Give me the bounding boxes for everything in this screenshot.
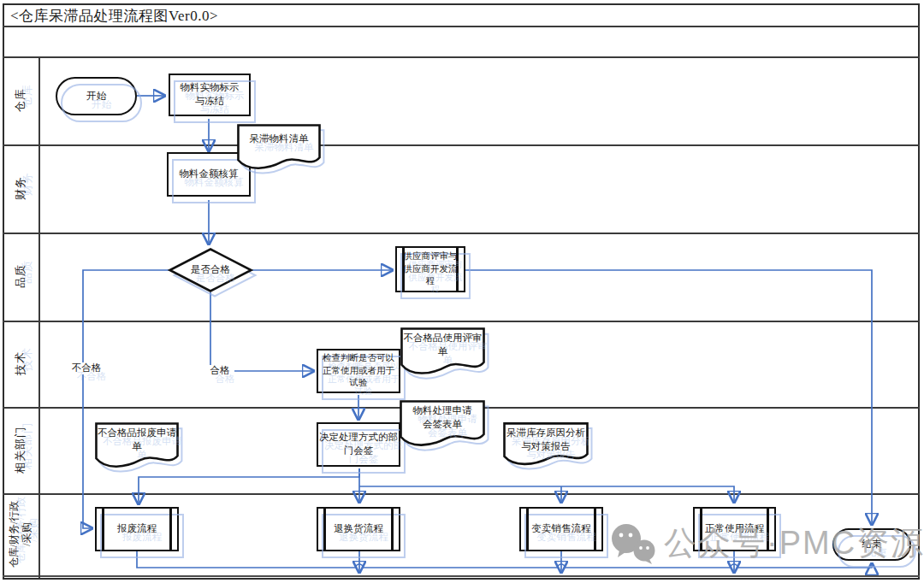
decision-is-qualified-label: 是否合格: [191, 263, 230, 277]
predefined-right-bar: [391, 508, 394, 551]
document-shape: [237, 124, 321, 171]
document-stagnant-cause-analysis: 呆滞库存原因分析 与对策报告: [503, 422, 589, 467]
predefined-return-exchange-flow: 退换货流程: [317, 507, 400, 551]
predefined-left-bar: [323, 508, 326, 551]
document-stagnant-material-list-label: 呆滞物料清单: [237, 132, 321, 146]
edge-decide-to-normal-flow: [359, 486, 734, 502]
lane-label-related-departments: 相关部门: [14, 426, 27, 474]
edge-qualified-to-check: [210, 292, 313, 371]
wechat-icon: [607, 522, 657, 565]
lane-label-warehouse-finance-admin-purchasing: 仓库/财务/行政 /采购: [8, 501, 33, 568]
document-scrap-application-label: 不合格品报废申请 单: [95, 427, 179, 453]
document-handling-countersign-form: 物料处理申请 会签表单: [400, 400, 485, 448]
diagram-title: <仓库呆滞品处理流程图Ver0.0>: [10, 6, 218, 26]
document-stagnant-cause-analysis-label: 呆滞库存原因分析 与对策报告: [503, 427, 589, 453]
document-handling-countersign-form-label: 物料处理申请 会签表单: [400, 404, 485, 431]
flowchart-canvas: <仓库呆滞品处理流程图Ver0.0> 仓库 财务 品质 技术 相关部门 仓库/财…: [0, 0, 924, 583]
document-nonconforming-use-review-label: 不合格品使用评审 单: [400, 332, 485, 358]
watermark: 公众号·PMC资源网: [607, 521, 924, 565]
predefined-supplier-review-development-label: 供应商评审与 供应商开发流 程: [404, 250, 458, 288]
edge-unqualified-to-scrap-flow: [83, 270, 169, 528]
edge-label-unqualified: 不合格: [67, 362, 106, 374]
predefined-resale-flow: 变卖销售流程: [519, 507, 603, 551]
lane-label-quality: 品质: [14, 264, 27, 288]
predefined-supplier-review-development: 供应商评审与 供应商开发流 程: [395, 246, 465, 292]
document-stagnant-material-list: 呆滞物料清单: [237, 124, 321, 171]
process-department-countersign: 决定处理方式的部 门会签: [317, 422, 400, 467]
predefined-left-bar: [526, 508, 529, 551]
process-amount-accounting-label: 物料金额核算: [180, 168, 239, 181]
document-nonconforming-use-review: 不合格品使用评审 单: [400, 327, 485, 376]
lane-label-warehouse: 仓库: [14, 88, 27, 112]
process-department-countersign-label: 决定处理方式的部 门会签: [319, 431, 398, 457]
predefined-right-bar: [169, 508, 172, 551]
document-scrap-application: 不合格品报废申请 单: [95, 422, 179, 469]
decision-is-qualified: 是否合格: [169, 248, 252, 292]
watermark-text: 公众号·PMC资源网: [664, 521, 924, 565]
predefined-right-bar: [594, 508, 596, 551]
predefined-resale-flow-label: 变卖销售流程: [532, 522, 591, 536]
process-material-marking: 物料实物标示 与冻结: [169, 74, 251, 116]
start-label: 开始: [86, 90, 106, 103]
predefined-return-exchange-flow-label: 退换货流程: [334, 522, 383, 536]
process-check-usability: 检查判断是否可以 正常使用或者用于 试验: [317, 349, 400, 393]
edge-decide-to-scrap-flow: [139, 468, 359, 504]
lane-label-finance: 财务: [14, 176, 27, 200]
predefined-scrap-flow-label: 报废流程: [117, 522, 157, 536]
start-terminator: 开始: [56, 77, 137, 115]
lane-label-technology: 技术: [14, 351, 27, 375]
predefined-left-bar: [102, 508, 104, 551]
process-check-usability-label: 检查判断是否可以 正常使用或者用于 试验: [323, 352, 394, 390]
predefined-scrap-flow: 报废流程: [95, 507, 179, 551]
edge-label-qualified: 合格: [205, 365, 234, 377]
process-material-marking-label: 物料实物标示 与冻结: [181, 81, 240, 108]
